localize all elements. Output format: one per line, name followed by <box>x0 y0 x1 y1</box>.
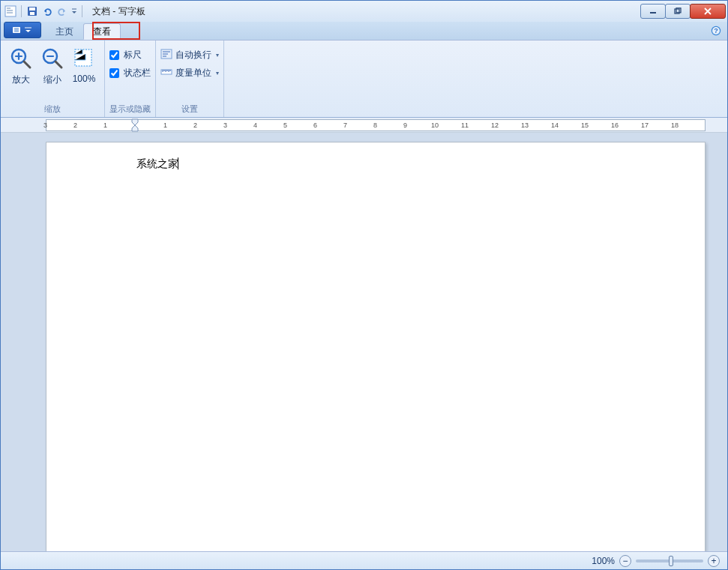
document-page[interactable]: 系统之家 <box>46 142 706 551</box>
svg-rect-4 <box>650 12 656 14</box>
window-title: 文档 - 写字板 <box>92 5 145 18</box>
zoom-out-label: 缩小 <box>43 74 61 86</box>
window-controls <box>641 4 726 19</box>
statusbar: 100% − + <box>1 551 727 569</box>
ruler-number: 4 <box>253 122 257 129</box>
statusbar-checkbox-input[interactable] <box>109 68 119 78</box>
horizontal-ruler[interactable]: 321123456789101112131415161718 <box>46 119 706 131</box>
wordwrap-button[interactable]: 自动换行 ▾ <box>160 46 219 63</box>
statusbar-checkbox[interactable]: 状态栏 <box>109 64 151 81</box>
ruler-number: 16 <box>611 122 619 129</box>
ruler-number: 1 <box>163 122 167 129</box>
zoom-100-label: 100% <box>73 74 96 84</box>
document-text: 系统之家 <box>136 158 178 170</box>
tab-home[interactable]: 主页 <box>46 23 83 40</box>
zoom-100-button[interactable]: 100% <box>68 44 100 86</box>
close-button[interactable] <box>690 4 726 19</box>
svg-rect-0 <box>5 6 16 16</box>
separator <box>82 5 82 17</box>
tab-view[interactable]: 查看 <box>83 23 121 40</box>
ruler-checkbox[interactable]: 标尺 <box>109 46 142 63</box>
units-button[interactable]: 度量单位 ▾ <box>160 64 219 81</box>
ruler-number: 6 <box>313 122 317 129</box>
ruler-number: 15 <box>581 122 589 129</box>
dropdown-arrow-icon: ▾ <box>216 70 219 76</box>
horizontal-ruler-area: 321123456789101112131415161718 <box>1 118 727 133</box>
ruler-number: 12 <box>491 122 499 129</box>
undo-icon[interactable] <box>40 4 54 18</box>
ruler-number: 3 <box>43 122 47 129</box>
ruler-checkbox-input[interactable] <box>109 50 119 60</box>
qat-customize-dropdown[interactable] <box>70 5 78 17</box>
titlebar: 文档 - 写字板 <box>1 1 727 22</box>
ruler-number: 2 <box>73 122 77 129</box>
zoom-group-label: 缩放 <box>5 104 100 117</box>
ruler-number: 11 <box>461 122 469 129</box>
ruler-number: 1 <box>103 122 107 129</box>
zoom-in-label: 放大 <box>12 74 30 86</box>
svg-text:?: ? <box>714 27 718 34</box>
app-icon <box>4 4 17 18</box>
redo-icon[interactable] <box>55 4 69 18</box>
zoom-in-button[interactable]: 放大 <box>5 44 37 88</box>
minimize-button[interactable] <box>640 4 666 19</box>
ribbon: 放大 缩小 100% 缩放 <box>1 40 727 118</box>
ruler-number: 14 <box>551 122 559 129</box>
text-cursor <box>178 158 178 170</box>
ruler-number: 3 <box>223 122 227 129</box>
ruler-number: 17 <box>641 122 649 129</box>
wordwrap-icon <box>160 49 172 62</box>
document-scroll-area[interactable]: 系统之家 <box>1 133 727 551</box>
ruler-number: 8 <box>373 122 377 129</box>
zoom-slider[interactable] <box>636 560 703 562</box>
zoom-in-small-button[interactable]: + <box>708 555 720 567</box>
ruler-number: 9 <box>403 122 407 129</box>
settings-group-label: 设置 <box>160 104 219 117</box>
zoom-percent: 100% <box>592 556 615 566</box>
zoom-out-small-button[interactable]: − <box>619 555 631 567</box>
svg-rect-3 <box>30 12 34 15</box>
ruler-number: 7 <box>343 122 347 129</box>
zoom-slider-thumb[interactable] <box>669 556 673 566</box>
help-icon[interactable]: ? <box>711 26 721 36</box>
quick-access-toolbar <box>4 4 85 18</box>
ruler-label: 标尺 <box>124 49 142 62</box>
zoom-group: 放大 缩小 100% 缩放 <box>1 40 105 117</box>
separator <box>21 5 22 17</box>
wordwrap-label: 自动换行 <box>175 49 211 62</box>
svg-rect-2 <box>29 8 35 10</box>
dropdown-arrow-icon: ▾ <box>216 52 219 58</box>
save-icon[interactable] <box>25 4 39 18</box>
units-label: 度量单位 <box>175 67 211 80</box>
ruler-number: 2 <box>193 122 197 129</box>
ruler-number: 13 <box>521 122 529 129</box>
ruler-number: 18 <box>671 122 679 129</box>
ruler-number: 5 <box>283 122 287 129</box>
settings-group: 自动换行 ▾ 度量单位 ▾ 设置 <box>156 40 224 117</box>
zoom-out-button[interactable]: 缩小 <box>37 44 68 88</box>
ruler-icon <box>160 67 172 80</box>
maximize-button[interactable] <box>665 4 691 19</box>
statusbar-label: 状态栏 <box>124 67 151 80</box>
ribbon-tabs: 主页 查看 ? <box>1 22 727 40</box>
file-menu[interactable] <box>4 22 41 38</box>
ruler-number: 10 <box>431 122 439 129</box>
show-hide-group-label: 显示或隐藏 <box>109 104 151 117</box>
show-hide-group: 标尺 状态栏 显示或隐藏 <box>105 40 156 117</box>
ruler-indent-marker[interactable] <box>131 118 139 132</box>
wordpad-window: 文档 - 写字板 主页 查看 ? <box>0 0 728 570</box>
